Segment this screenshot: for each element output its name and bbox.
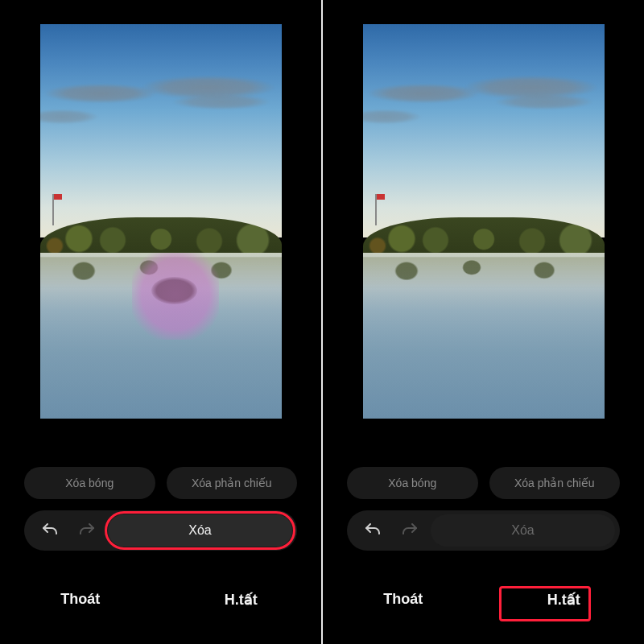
sky-reflection [363,286,605,419]
sky-reflection [40,286,282,419]
undo-icon [40,521,60,540]
photo-canvas[interactable] [40,24,282,419]
redo-icon [77,521,97,540]
option-row: Xóa bóng Xóa phản chiếu [347,467,620,499]
undo-button[interactable] [34,514,66,547]
done-button[interactable]: H.tất [161,583,322,617]
screen-right: Xóa bóng Xóa phản chiếu Xóa Thoát H.tất [323,0,644,644]
done-highlight [499,586,591,621]
cloud [363,109,421,125]
action-bar: Xóa [24,510,297,551]
cloud [173,94,270,109]
erase-reflection-button[interactable]: Xóa phản chiếu [167,467,298,499]
photo-canvas[interactable] [363,24,605,419]
erase-shadow-button[interactable]: Xóa bóng [24,467,155,499]
flagpole [375,194,377,225]
erase-shadow-button[interactable]: Xóa bóng [347,467,478,499]
redo-button[interactable] [394,514,426,547]
erase-button[interactable]: Xóa [431,514,615,547]
erase-reflection-button[interactable]: Xóa phản chiếu [489,467,621,499]
undo-icon [363,521,382,540]
island-object [151,277,197,304]
screen-left: Xóa bóng Xóa phản chiếu Xóa Thoát H.tất [0,0,321,644]
erase-button[interactable]: Xóa [108,514,292,547]
exit-button[interactable]: Thoát [323,583,484,617]
sky-region [363,24,605,237]
undo-button[interactable] [357,514,389,547]
redo-button[interactable] [71,514,103,547]
cloud [40,109,98,125]
cloud [496,94,592,109]
cloud [45,84,156,103]
bottom-bar: Thoát H.tất [0,583,321,617]
bottom-bar: Thoát H.tất [323,583,644,617]
cloud [368,84,479,103]
exit-button[interactable]: Thoát [0,583,161,617]
option-row: Xóa bóng Xóa phản chiếu [24,467,297,499]
water-region [40,253,282,419]
redo-icon [400,521,419,540]
water-region [363,253,605,419]
sky-region [40,24,282,237]
flagpole [52,194,54,225]
action-bar: Xóa [347,510,620,551]
